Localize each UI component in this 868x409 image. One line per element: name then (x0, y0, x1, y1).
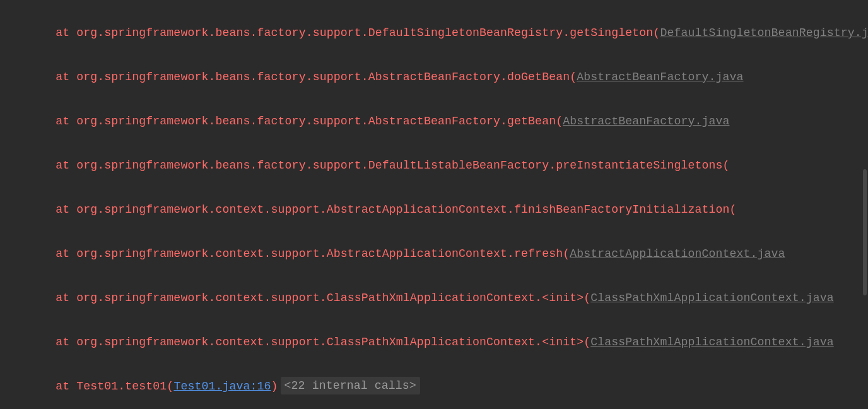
source-link[interactable]: AbstractBeanFactory.java (563, 115, 729, 127)
stack-line: at org.springframework.beans.factory.sup… (0, 66, 868, 88)
stack-line: at org.springframework.context.support.C… (0, 287, 868, 309)
stack-line: at org.springframework.context.support.A… (0, 199, 868, 221)
trace-text: org.springframework.context.support.Clas… (76, 336, 590, 348)
stack-line: at org.springframework.context.support.A… (0, 243, 868, 265)
source-link[interactable]: AbstractApplicationContext.java (570, 247, 785, 260)
indent: at (0, 380, 76, 393)
trace-text: org.springframework.context.support.Abst… (76, 203, 736, 216)
indent: at (0, 115, 76, 127)
stack-line: at org.springframework.beans.factory.sup… (0, 22, 868, 44)
trace-text: org.springframework.beans.factory.suppor… (76, 115, 563, 127)
trace-text: ) (271, 380, 278, 393)
trace-text: org.springframework.beans.factory.suppor… (76, 27, 660, 39)
stack-line: at org.springframework.beans.factory.sup… (0, 110, 868, 133)
trace-text: Test01.test01( (76, 380, 173, 393)
indent: at (0, 71, 76, 83)
source-link[interactable]: ClassPathXmlApplicationContext.java (590, 336, 834, 348)
indent: at (0, 27, 76, 39)
stack-line: at org.springframework.beans.factory.sup… (0, 155, 868, 177)
scrollbar-thumb[interactable] (863, 169, 867, 295)
indent: at (0, 292, 76, 304)
trace-text: org.springframework.context.support.Abst… (76, 247, 570, 260)
indent: at (0, 247, 76, 260)
indent: at (0, 336, 76, 348)
source-link[interactable]: AbstractBeanFactory.java (577, 71, 743, 83)
source-link[interactable]: ClassPathXmlApplicationContext.java (590, 292, 834, 304)
trace-text: org.springframework.context.support.Clas… (76, 292, 590, 304)
indent: at (0, 203, 76, 216)
folded-calls-hint[interactable]: <22 internal calls> (281, 377, 420, 394)
indent: at (0, 159, 76, 172)
trace-text: org.springframework.beans.factory.suppor… (76, 71, 577, 83)
source-link-active[interactable]: Test01.java:16 (173, 380, 271, 393)
stack-line: at org.springframework.context.support.C… (0, 331, 868, 353)
source-link[interactable]: DefaultSingletonBeanRegistry.java (660, 27, 868, 39)
trace-text: org.springframework.beans.factory.suppor… (76, 159, 729, 172)
console-output: at org.springframework.beans.factory.sup… (0, 0, 868, 409)
stack-line: at Test01.test01(Test01.java:16)<22 inte… (0, 376, 868, 398)
